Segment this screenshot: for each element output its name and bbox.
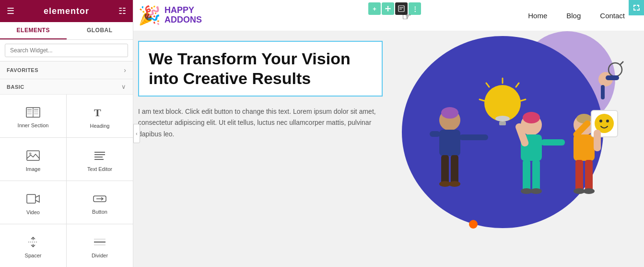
widget-divider[interactable]: Divider — [67, 224, 133, 267]
svg-rect-55 — [574, 134, 595, 161]
svg-point-63 — [606, 120, 609, 122]
svg-rect-5 — [34, 109, 38, 110]
preview-body: We Transform Your Vision into Creative R… — [133, 31, 644, 267]
svg-rect-65 — [594, 130, 601, 151]
chevron-down-icon: ∨ — [121, 83, 126, 90]
widget-button-label: Button — [92, 209, 107, 215]
elementor-logo: elementor — [44, 6, 89, 16]
svg-rect-70 — [606, 75, 619, 80]
preview-right-column — [392, 31, 644, 267]
favorites-label: FAVORITES — [7, 67, 38, 73]
heading-text: We Transform Your Vision into Creative R… — [149, 49, 372, 88]
widget-inner-section[interactable]: Inner Section — [0, 95, 66, 137]
svg-rect-4 — [27, 113, 32, 114]
widget-divider-label: Divider — [92, 253, 108, 258]
widgets-grid: Inner Section T Heading Image — [0, 95, 133, 267]
logo-area: 🎉 HAPPY ADDONS — [138, 5, 202, 26]
svg-line-42 — [486, 83, 489, 87]
svg-point-59 — [583, 188, 595, 194]
widget-video-label: Video — [26, 209, 40, 215]
svg-text:T: T — [94, 107, 101, 118]
svg-line-41 — [521, 99, 526, 101]
widget-text-editor-label: Text Editor — [87, 166, 112, 172]
svg-rect-38 — [499, 121, 506, 125]
svg-rect-52 — [541, 139, 565, 146]
widget-text-editor[interactable]: Text Editor — [67, 138, 133, 181]
widget-spacer[interactable]: Spacer — [0, 224, 66, 267]
move-element-button[interactable] — [382, 2, 394, 15]
svg-point-62 — [599, 120, 602, 122]
svg-point-28 — [441, 107, 458, 119]
text-editor-icon — [93, 150, 106, 163]
logo-emoji: 🎉 — [138, 5, 161, 26]
people-illustration — [407, 41, 627, 247]
svg-rect-47 — [523, 160, 530, 191]
nav-home[interactable]: Home — [528, 12, 547, 20]
panel-collapse-handle[interactable]: ‹ — [133, 124, 140, 143]
favorites-section[interactable]: FAVORITES › — [0, 61, 133, 79]
widget-image[interactable]: Image — [0, 138, 66, 181]
svg-line-69 — [620, 61, 623, 65]
main-preview: + ⋮ ☞ 🎉 HAPPY ADDONS Home Blog — [133, 0, 644, 267]
panel-header: ☰ elementor ☷ — [0, 0, 133, 22]
logo-happy: HAPPY — [164, 6, 202, 15]
elementor-floating-toolbar: + ⋮ — [368, 2, 421, 15]
search-input[interactable] — [5, 44, 128, 57]
preview-left-column: We Transform Your Vision into Creative R… — [133, 31, 392, 267]
svg-rect-6 — [34, 111, 38, 112]
widget-inner-section-label: Inner Section — [18, 122, 49, 128]
basic-section[interactable]: BASIC ∨ — [0, 79, 133, 95]
svg-rect-35 — [459, 134, 488, 140]
svg-point-10 — [29, 152, 32, 155]
svg-point-33 — [449, 181, 460, 187]
svg-rect-24 — [398, 6, 404, 12]
teal-corner-button[interactable] — [629, 0, 644, 15]
svg-rect-34 — [430, 131, 440, 137]
left-panel: ☰ elementor ☷ ELEMENTS GLOBAL FAVORITES … — [0, 0, 133, 267]
chevron-right-icon: › — [124, 66, 126, 74]
basic-label: BASIC — [7, 84, 24, 90]
button-icon — [93, 194, 107, 206]
inner-section-icon — [26, 107, 40, 120]
logo-addons: ADDONS — [164, 15, 202, 25]
svg-rect-9 — [27, 151, 39, 160]
svg-rect-57 — [585, 160, 593, 191]
svg-point-37 — [495, 116, 510, 121]
nav-contact[interactable]: Contact — [600, 12, 625, 20]
heading-box[interactable]: We Transform Your Vision into Creative R… — [138, 41, 383, 97]
tabs-row: ELEMENTS GLOBAL — [0, 22, 133, 40]
svg-point-50 — [530, 188, 542, 194]
tab-global[interactable]: GLOBAL — [67, 22, 133, 39]
tab-elements[interactable]: ELEMENTS — [0, 22, 67, 39]
image-icon — [26, 150, 40, 163]
nav-links: Home Blog Contact — [528, 12, 625, 20]
add-element-button[interactable]: + — [368, 2, 381, 15]
svg-rect-15 — [27, 194, 35, 203]
svg-rect-2 — [27, 109, 32, 110]
svg-rect-67 — [601, 85, 605, 99]
svg-rect-7 — [34, 113, 38, 114]
more-options-button[interactable]: ⋮ — [409, 2, 421, 15]
widget-video[interactable]: Video — [0, 181, 66, 224]
hamburger-icon[interactable]: ☰ — [7, 6, 14, 16]
search-row — [0, 40, 133, 61]
widget-heading[interactable]: T Heading — [67, 95, 133, 137]
heading-icon: T — [93, 107, 106, 120]
svg-rect-30 — [441, 155, 449, 184]
edit-element-button[interactable] — [395, 2, 408, 15]
widget-heading-label: Heading — [90, 123, 110, 129]
divider-icon — [93, 236, 106, 250]
grid-icon[interactable]: ☷ — [118, 6, 126, 16]
svg-point-45 — [523, 112, 540, 123]
widget-button[interactable]: Button — [67, 181, 133, 224]
svg-rect-31 — [451, 155, 458, 184]
widget-spacer-label: Spacer — [25, 253, 42, 258]
nav-blog[interactable]: Blog — [566, 12, 581, 20]
body-text: I am text block. Click edit button to ch… — [138, 106, 383, 140]
svg-rect-3 — [27, 111, 32, 112]
spacer-icon — [26, 236, 40, 250]
logo-text: HAPPY ADDONS — [164, 6, 202, 25]
svg-point-68 — [609, 63, 622, 76]
widget-image-label: Image — [26, 166, 41, 172]
svg-line-40 — [516, 83, 519, 87]
